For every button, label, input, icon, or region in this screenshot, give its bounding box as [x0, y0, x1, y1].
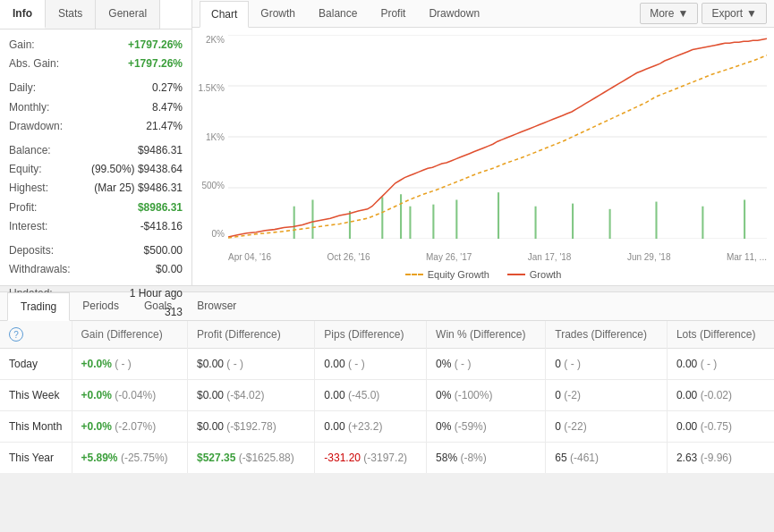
- abs-gain-value: +1797.26%: [128, 55, 183, 72]
- tab-growth[interactable]: Growth: [249, 0, 307, 27]
- withdrawals-label: Withdrawals:: [9, 261, 71, 278]
- more-button[interactable]: More ▼: [640, 3, 698, 24]
- row-gain: +0.0% (-0.04%): [72, 380, 187, 411]
- export-button[interactable]: Export ▼: [702, 3, 767, 24]
- legend-equity: Equity Growth: [405, 269, 489, 280]
- drawdown-value: 21.47%: [146, 118, 183, 135]
- row-label: This Year: [0, 443, 72, 474]
- y-label-1k: 1K%: [206, 132, 225, 142]
- row-lots: 0.00 (-0.02): [667, 380, 774, 411]
- row-profit: $527.35 (-$1625.88): [187, 443, 314, 474]
- gain-label: Gain:: [9, 37, 35, 54]
- row-win: 0% (-59%): [427, 411, 546, 443]
- interest-label: Interest:: [9, 218, 47, 235]
- highest-date: (Mar 25): [94, 182, 134, 194]
- chart-tabs: Chart Growth Balance Profit Drawdown Mor…: [192, 0, 774, 28]
- highest-amount: $9486.31: [138, 182, 183, 194]
- chevron-down-icon: ▼: [678, 7, 689, 20]
- left-panel: Info Stats General Gain: +1797.26% Abs. …: [0, 0, 192, 285]
- more-label: More: [650, 7, 674, 20]
- svg-rect-8: [381, 197, 383, 239]
- row-trades: 0 ( - ): [546, 349, 668, 380]
- help-icon[interactable]: ?: [9, 327, 23, 342]
- col-header-lots: Lots (Difference): [667, 321, 774, 349]
- equity-amount: $9438.64: [138, 163, 183, 175]
- tab-trading[interactable]: Trading: [7, 292, 70, 321]
- chart-svg: [228, 35, 767, 239]
- daily-label: Daily:: [9, 80, 36, 97]
- tab-stats[interactable]: Stats: [46, 0, 96, 29]
- equity-label: Equity:: [9, 161, 42, 178]
- table-row: This Year +5.89% (-25.75%) $527.35 (-$16…: [0, 443, 774, 474]
- profit-label: Profit:: [9, 199, 37, 216]
- bottom-tabs: Trading Periods Goals Browser: [0, 292, 774, 321]
- svg-rect-17: [655, 202, 657, 239]
- svg-rect-5: [293, 207, 295, 239]
- x-label-5: Mar 11, ...: [727, 252, 767, 262]
- col-header-profit: Profit (Difference): [187, 321, 314, 349]
- svg-rect-7: [349, 211, 351, 239]
- y-label-500: 500%: [201, 181, 225, 190]
- highest-label: Highest:: [9, 180, 48, 197]
- daily-value: 0.27%: [152, 80, 183, 97]
- info-content: Gain: +1797.26% Abs. Gain: +1797.26% Dai…: [0, 30, 191, 331]
- svg-rect-16: [609, 209, 611, 239]
- drawdown-label: Drawdown:: [9, 118, 63, 135]
- row-profit: $0.00 ( - ): [187, 349, 314, 380]
- equity-label: Equity Growth: [428, 269, 489, 280]
- equity-line-icon: [405, 274, 423, 275]
- row-pips: 0.00 (-45.0): [315, 380, 427, 411]
- tab-general[interactable]: General: [96, 0, 160, 29]
- row-win: 0% ( - ): [427, 349, 546, 380]
- row-win: 0% (-100%): [427, 380, 546, 411]
- y-label-0: 0%: [212, 229, 225, 239]
- table-row: This Week +0.0% (-0.04%) $0.00 (-$4.02) …: [0, 380, 774, 411]
- legend-growth: Growth: [507, 269, 561, 280]
- export-label: Export: [711, 7, 743, 20]
- svg-rect-6: [311, 199, 313, 239]
- tab-balance[interactable]: Balance: [307, 0, 369, 27]
- deposits-value: $500.00: [144, 242, 183, 259]
- svg-rect-13: [498, 192, 499, 239]
- row-pips: 0.00 ( - ): [315, 349, 427, 380]
- equity-value: (99.50%) $9438.64: [91, 161, 183, 178]
- row-trades: 0 (-2): [546, 380, 668, 411]
- row-pips: -331.20 (-3197.2): [315, 443, 427, 474]
- trading-table: ? Gain (Difference) Profit (Difference) …: [0, 321, 774, 473]
- tab-goals[interactable]: Goals: [132, 292, 184, 320]
- tab-drawdown[interactable]: Drawdown: [417, 0, 491, 27]
- row-trades: 0 (-22): [546, 411, 668, 443]
- row-lots: 2.63 (-9.96): [667, 443, 774, 474]
- row-trades: 65 (-461): [546, 443, 668, 474]
- row-profit: $0.00 (-$4.02): [187, 380, 314, 411]
- trading-table-wrap: ? Gain (Difference) Profit (Difference) …: [0, 321, 774, 473]
- col-header-trades: Trades (Difference): [546, 321, 668, 349]
- svg-rect-14: [535, 207, 537, 239]
- x-axis: Apr 04, '16 Oct 26, '16 May 26, '17 Jan …: [228, 252, 767, 262]
- svg-rect-11: [432, 205, 434, 239]
- svg-rect-15: [572, 204, 574, 239]
- highest-value: (Mar 25) $9486.31: [94, 180, 183, 197]
- tab-info[interactable]: Info: [0, 0, 46, 29]
- tab-browser[interactable]: Browser: [184, 292, 249, 320]
- chevron-down-icon: ▼: [746, 7, 757, 20]
- tab-chart[interactable]: Chart: [200, 1, 249, 28]
- chart-panel: Chart Growth Balance Profit Drawdown Mor…: [192, 0, 774, 285]
- row-gain: +0.0% ( - ): [72, 349, 187, 380]
- bottom-section: Trading Periods Goals Browser ? Gain (Di…: [0, 291, 774, 473]
- col-header-pips: Pips (Difference): [315, 321, 427, 349]
- withdrawals-value: $0.00: [156, 261, 183, 278]
- table-row: Today +0.0% ( - ) $0.00 ( - ) 0.00 ( - )…: [0, 349, 774, 380]
- svg-rect-18: [702, 207, 703, 239]
- x-label-0: Apr 04, '16: [228, 252, 271, 262]
- row-lots: 0.00 (-0.75): [667, 411, 774, 443]
- x-label-4: Jun 29, '18: [627, 252, 671, 262]
- x-label-2: May 26, '17: [426, 252, 472, 262]
- profit-value: $8986.31: [138, 199, 183, 216]
- tab-periods[interactable]: Periods: [70, 292, 132, 320]
- y-label-2k: 2K%: [206, 35, 225, 45]
- row-label: This Week: [0, 380, 72, 411]
- x-label-3: Jan 17, '18: [528, 252, 572, 262]
- tab-profit[interactable]: Profit: [369, 0, 417, 27]
- y-label-1-5k: 1.5K%: [199, 83, 225, 93]
